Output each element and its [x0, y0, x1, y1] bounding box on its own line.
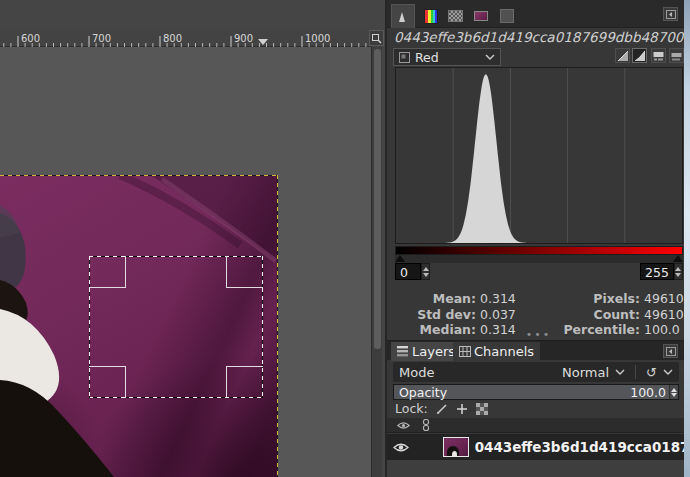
canvas-vertical-scrollbar-thumb[interactable]: [374, 49, 381, 349]
histogram-dock-tabbar: [387, 0, 690, 28]
tab-layers[interactable]: Layers: [391, 342, 461, 361]
histogram-image-title: 0443effe3b6d1d419cca0187699dbb48700d3...: [394, 29, 684, 46]
lock-label: Lock:: [395, 401, 428, 416]
pixels-label: Pixels:: [552, 292, 644, 307]
count-value: 49610: [644, 308, 683, 323]
histogram-scale-log-button[interactable]: [669, 48, 684, 63]
layer-list-empty-area: [387, 460, 690, 477]
tab-patterns[interactable]: [443, 4, 467, 28]
mean-value: 0.314: [480, 292, 552, 307]
channel-icon: [399, 52, 410, 63]
svg-text:700: 700: [92, 33, 111, 44]
layer-row[interactable]: 0443effe3b6d1d419cca018769: [387, 434, 690, 460]
selection-handle-bottom-right[interactable]: [226, 366, 263, 398]
link-column-chain-icon[interactable]: [422, 419, 430, 431]
range-low-value[interactable]: 0: [395, 263, 421, 280]
layers-icon: [397, 346, 409, 357]
diagonal-perceptual-icon: [635, 51, 645, 61]
chevron-down-icon[interactable]: [663, 369, 673, 375]
thumbnail-cat-white-patch: [452, 451, 457, 457]
image-thumbnail-icon: [474, 11, 488, 21]
histogram-scale-linear-button[interactable]: [651, 48, 666, 63]
range-high-value[interactable]: 255: [640, 263, 674, 280]
channel-select[interactable]: Red: [393, 48, 501, 66]
ruler-ticks: 6007008009001000: [0, 29, 371, 47]
opacity-label: Opacity: [399, 385, 447, 400]
channels-icon: [459, 346, 471, 357]
tab-channels-label: Channels: [474, 344, 534, 359]
range-slider-low-handle[interactable]: [395, 255, 405, 262]
mode-select[interactable]: Normal: [562, 365, 609, 380]
visibility-column-eye-icon[interactable]: [397, 421, 410, 430]
tab-layers-label: Layers: [412, 344, 455, 359]
histogram-plot[interactable]: [395, 67, 683, 244]
layer-thumbnail[interactable]: [443, 437, 469, 457]
layer-list-header: [387, 418, 690, 433]
horizontal-ruler: 6007008009001000: [0, 29, 371, 47]
channel-select-value: Red: [415, 50, 439, 65]
perceptual-histogram-button[interactable]: [632, 48, 647, 63]
canvas-vertical-scrollbar[interactable]: [371, 47, 382, 477]
tab-grey-square[interactable]: [495, 4, 519, 28]
dock-splitter-handle[interactable]: •••: [387, 331, 690, 339]
mode-label: Mode: [399, 365, 434, 380]
tab-channels[interactable]: Channels: [453, 342, 540, 361]
layer-mode-row: Mode Normal ↺: [393, 362, 679, 382]
tab-image-thumbnail[interactable]: [469, 4, 493, 28]
range-slider-track[interactable]: [395, 255, 683, 263]
tab-colors[interactable]: [419, 4, 443, 28]
opacity-spin-arrows[interactable]: [669, 385, 678, 399]
linear-scale-icon: [653, 51, 664, 61]
histogram-icon: [395, 10, 411, 23]
rectangle-selection[interactable]: [89, 256, 263, 398]
range-slider-high-handle[interactable]: [673, 255, 683, 262]
chevron-down-icon: [485, 54, 495, 60]
selection-handle-top-left[interactable]: [89, 256, 126, 288]
layer-visibility-eye-icon[interactable]: [387, 442, 415, 453]
mean-label: Mean:: [395, 292, 480, 307]
gimp-window: 6007008009001000: [0, 0, 690, 477]
log-scale-icon: [671, 51, 682, 61]
right-dock: 0443effe3b6d1d419cca0187699dbb48700d3...…: [385, 0, 690, 477]
pixels-value: 49610: [644, 292, 683, 307]
mode-reset-icon[interactable]: ↺: [646, 365, 657, 380]
range-low-spin-arrows[interactable]: [421, 263, 430, 280]
window-edge-strip: [684, 0, 690, 477]
opacity-slider[interactable]: Opacity 100.0: [393, 384, 679, 400]
histogram-tab-menu-button[interactable]: [663, 7, 678, 21]
layer-name[interactable]: 0443effe3b6d1d419cca018769: [475, 439, 690, 455]
pattern-grid-icon: [448, 10, 463, 22]
tab-menu-icon: [666, 347, 676, 356]
chevron-down-icon[interactable]: [615, 369, 625, 375]
zoom-follow-window-button[interactable]: [369, 30, 384, 46]
linear-histogram-button[interactable]: [615, 48, 630, 63]
lock-pixels-brush-icon[interactable]: [436, 403, 448, 415]
opacity-value: 100.0: [630, 385, 669, 400]
lock-position-move-icon[interactable]: [456, 403, 468, 415]
image-canvas[interactable]: [0, 47, 371, 477]
count-label: Count:: [552, 308, 644, 323]
divider: [635, 365, 636, 379]
svg-text:1000: 1000: [305, 33, 330, 44]
lock-alpha-icon[interactable]: [476, 403, 488, 415]
channel-gradient-bar[interactable]: [395, 246, 683, 255]
range-high-spinbox[interactable]: 255: [640, 263, 683, 280]
magnifier-icon: [371, 33, 382, 44]
diagonal-linear-icon: [618, 51, 628, 61]
selection-handle-top-right[interactable]: [226, 256, 263, 288]
layers-tab-menu-button[interactable]: [663, 344, 678, 358]
grey-square-icon: [500, 9, 514, 23]
stddev-value: 0.037: [480, 308, 552, 323]
svg-text:800: 800: [163, 33, 182, 44]
image-layer[interactable]: [0, 175, 278, 477]
selection-handle-bottom-left[interactable]: [89, 366, 126, 398]
range-low-spinbox[interactable]: 0: [395, 263, 430, 280]
lock-row: Lock:: [395, 401, 488, 416]
svg-text:900: 900: [234, 33, 253, 44]
svg-text:600: 600: [21, 33, 40, 44]
layers-dock-tabbar: Layers Channels: [387, 340, 690, 360]
tab-histogram[interactable]: [391, 4, 415, 28]
layer-boundary-right: [277, 175, 278, 477]
range-high-spin-arrows[interactable]: [674, 263, 683, 280]
layer-boundary-top: [0, 175, 278, 176]
